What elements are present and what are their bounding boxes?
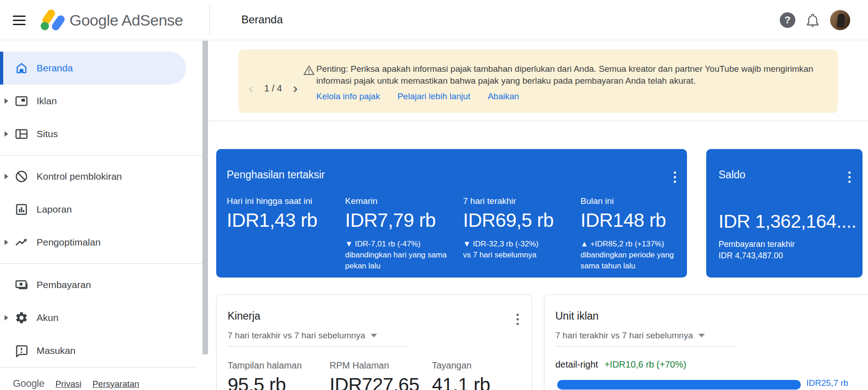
card-title: Saldo — [719, 168, 852, 181]
report-icon — [15, 203, 28, 216]
content-divider — [208, 121, 868, 121]
main-content: ‹ 1 / 4 › Penting: Periksa apakah inform… — [208, 41, 868, 390]
sidebar-scrollbar[interactable] — [202, 41, 208, 354]
brand-text: Google AdSense — [69, 11, 183, 29]
learn-more-link[interactable]: Pelajari lebih lanjut — [397, 91, 470, 102]
sidebar-item-pengoptimalan[interactable]: Pengoptimalan — [0, 226, 202, 259]
warning-triangle-icon — [303, 64, 315, 76]
expand-arrow-icon — [5, 240, 8, 245]
down-arrow-icon: ▼ — [463, 240, 471, 248]
more-options-icon[interactable] — [512, 311, 522, 327]
sidebar-item-iklan[interactable]: Iklan — [0, 85, 202, 118]
ad-units-card: Unit iklan 7 hari terakhir vs 7 hari seb… — [544, 294, 868, 390]
terms-link[interactable]: Persyaratan — [92, 379, 139, 389]
ad-unit-name: detail-right — [555, 359, 598, 370]
sidebar-item-beranda[interactable]: Beranda — [0, 52, 202, 85]
block-icon — [15, 170, 28, 183]
selector-underline — [228, 346, 407, 347]
home-icon — [15, 61, 28, 75]
feedback-icon — [15, 344, 28, 358]
bell-icon[interactable] — [804, 11, 822, 29]
expand-arrow-icon — [5, 131, 8, 137]
sidebar-item-laporan[interactable]: Laporan — [0, 193, 202, 226]
sidebar-item-pembayaran[interactable]: Pembayaran — [0, 268, 202, 301]
top-bar: Google AdSense Beranda ? — [0, 0, 868, 40]
header-divider — [209, 4, 210, 37]
chevron-down-icon — [698, 334, 705, 337]
ad-unit-bar-chart: IDR25,7 rb — [555, 380, 868, 390]
metric-page-rpm: RPM Halaman IDR727,65 — [330, 359, 419, 390]
metric-page-views: Tampilan halaman 95,5 rb — [228, 359, 302, 390]
google-footer-logo: Google — [13, 378, 44, 390]
more-options-icon[interactable] — [670, 169, 680, 185]
ad-unit-bar[interactable] — [557, 380, 801, 390]
selector-underline — [555, 346, 735, 347]
more-options-icon[interactable] — [844, 169, 854, 185]
tax-banner: ‹ 1 / 4 › Penting: Periksa apakah inform… — [239, 49, 838, 113]
estimated-earnings-card: Penghasilan tertaksir Hari ini hingga sa… — [216, 149, 687, 278]
adsense-logo[interactable]: Google AdSense — [39, 6, 183, 34]
next-banner-button[interactable]: › — [291, 81, 299, 95]
card-title: Penghasilan tertaksir — [227, 168, 676, 181]
banner-message: Penting: Periksa apakah informasi pajak … — [316, 63, 815, 87]
expand-arrow-icon — [5, 98, 8, 104]
performance-card: Kinerja 7 hari terakhir vs 7 hari sebelu… — [216, 294, 532, 390]
sidebar-nav: Beranda Iklan — [0, 41, 202, 367]
user-avatar[interactable] — [830, 10, 850, 30]
manage-tax-info-link[interactable]: Kelola info pajak — [316, 91, 380, 102]
sidebar-item-situs[interactable]: Situs — [0, 118, 202, 150]
banner-page-count: 1 / 4 — [264, 83, 282, 94]
sidebar-item-masukan[interactable]: Masukan — [0, 334, 202, 367]
ad-unit-change: +IDR10,6 rb (+70%) — [604, 359, 686, 370]
sidebar: Beranda Iklan — [0, 41, 202, 390]
sidebar-divider — [0, 155, 202, 155]
down-arrow-icon: ▼ — [345, 240, 353, 248]
sidebar-item-kontrol-pemblokiran[interactable]: Kontrol pemblokiran — [0, 160, 202, 193]
previous-banner-button[interactable]: ‹ — [247, 81, 255, 95]
metric-impressions: Tayangan 41,1 rb — [432, 359, 490, 390]
help-icon[interactable]: ? — [780, 12, 795, 28]
expand-arrow-icon — [5, 174, 8, 179]
payments-icon — [15, 278, 28, 292]
balance-card: Saldo IDR 1,362,164.... Pembayaran terak… — [706, 149, 863, 278]
dismiss-link[interactable]: Abaikan — [488, 91, 519, 102]
adsense-app: Google AdSense Beranda ? Bera — [0, 0, 868, 390]
sidebar-item-akun[interactable]: Akun — [0, 301, 202, 334]
up-arrow-icon: ▲ — [580, 240, 588, 248]
earnings-col-last7days: 7 hari terakhir IDR69,5 rb ▼ IDR-32,3 rb… — [463, 196, 577, 261]
chevron-down-icon — [371, 334, 377, 337]
performance-metrics: Tampilan halaman 95,5 rb RPM Halaman IDR… — [228, 359, 521, 390]
sidebar-scrollbar-track — [202, 41, 208, 390]
date-range-selector[interactable]: 7 hari terakhir vs 7 hari sebelumnya — [555, 331, 705, 341]
earnings-col-this-month: Bulan ini IDR148 rb ▲ +IDR85,2 rb (+137%… — [580, 196, 695, 272]
balance-value: IDR 1,362,164.... — [719, 210, 852, 232]
earnings-col-yesterday: Kemarin IDR7,79 rb ▼ IDR-7,01 rb (-47%) … — [345, 196, 459, 272]
earnings-col-today: Hari ini hingga saat ini IDR1,43 rb — [227, 196, 341, 231]
date-range-selector[interactable]: 7 hari terakhir vs 7 hari sebelumnya — [228, 331, 377, 341]
last-payment-label: Pembayaran terakhir — [719, 239, 852, 250]
ad-unit-row: detail-right +IDR10,6 rb (+70%) — [555, 359, 868, 370]
expand-arrow-icon — [5, 315, 8, 321]
ad-unit-bar-value: IDR25,7 rb — [806, 378, 848, 388]
ad-unit-icon — [15, 94, 28, 108]
banner-actions: Kelola info pajak Pelajari lebih lanjut … — [316, 91, 519, 102]
page-title: Beranda — [241, 13, 283, 26]
banner-pager: ‹ 1 / 4 › — [247, 81, 299, 95]
sidebar-divider — [0, 263, 202, 264]
hamburger-menu-icon[interactable] — [13, 14, 26, 26]
last-payment-value: IDR 4,743,487.00 — [719, 250, 852, 262]
card-title: Unit iklan — [555, 310, 868, 322]
privacy-link[interactable]: Privasi — [55, 379, 81, 389]
sites-icon — [15, 127, 28, 141]
sidebar-footer: Google Privasi Persyaratan — [0, 367, 196, 390]
trending-up-icon — [15, 235, 28, 249]
gear-icon — [15, 311, 28, 325]
card-title: Kinerja — [228, 310, 521, 322]
adsense-logo-icon — [39, 7, 66, 33]
